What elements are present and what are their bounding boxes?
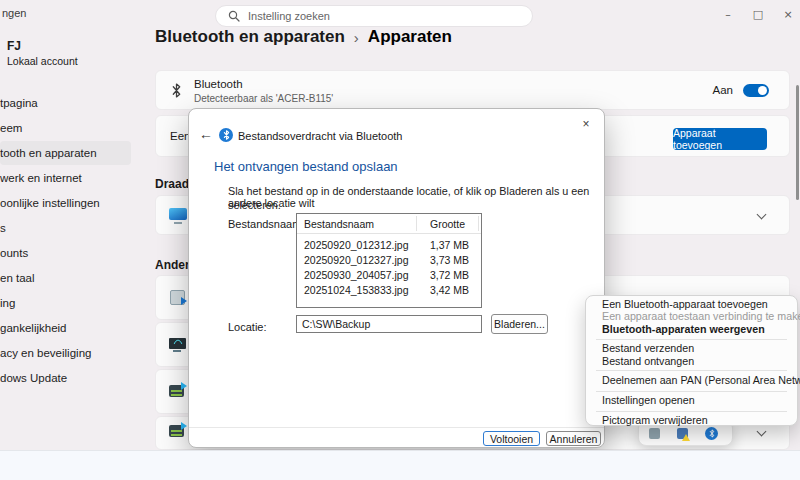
file-list[interactable]: Bestandsnaam Grootte 20250920_012312.jpg… <box>296 213 482 308</box>
add-device-button[interactable]: Apparaat toevoegen <box>673 128 767 150</box>
tray-app-icon[interactable] <box>649 428 660 439</box>
file-row[interactable]: 20250920_012327.jpg 3,73 MB <box>297 252 481 267</box>
menu-separator <box>596 370 787 371</box>
menu-separator <box>596 339 787 340</box>
dialog-heading: Het ontvangen bestand opslaan <box>214 159 398 174</box>
sidebar-item-time-language[interactable]: en taal <box>0 266 131 290</box>
finish-button[interactable]: Voltooien <box>483 431 540 446</box>
user-name: FJ <box>7 39 21 53</box>
cancel-button[interactable]: Annuleren <box>546 431 601 446</box>
search-icon <box>228 10 240 22</box>
file-list-header: Bestandsnaam Grootte <box>297 214 481 234</box>
sidebar-item-home[interactable]: tpagina <box>0 91 131 115</box>
search-input[interactable]: Instelling zoeken <box>215 5 533 27</box>
dialog-body-line1: Sla het bestand op in de onderstaande lo… <box>228 185 604 209</box>
sidebar-item-apps[interactable]: s <box>0 216 131 240</box>
page-scrollbar[interactable] <box>796 85 799 200</box>
file-row[interactable]: 20251024_153833.jpg 3,42 MB <box>297 282 481 297</box>
breadcrumb-parent[interactable]: Bluetooth en apparaten <box>155 27 345 47</box>
menu-item-remove-icon[interactable]: Pictogram verwijderen <box>602 414 708 426</box>
tray-warning-icon[interactable] <box>677 428 688 439</box>
sidebar-item-windows-update[interactable]: dows Update <box>0 366 131 390</box>
menu-item-show-devices[interactable]: Bluetooth-apparaten weergeven <box>602 323 765 335</box>
file-row[interactable]: 20250920_012312.jpg 1,37 MB <box>297 237 481 252</box>
minimize-button[interactable]: – <box>714 0 742 28</box>
taskbar: ⚙ 17:29 3-11-2025 <box>0 450 800 480</box>
menu-separator <box>596 411 787 412</box>
maximize-button[interactable]: □ <box>744 0 772 28</box>
sidebar-item-system[interactable]: eem <box>0 116 131 140</box>
menu-item-open-settings[interactable]: Instellingen openen <box>602 394 695 406</box>
bluetooth-row-subtitle: Detecteerbaar als 'ACER-B115' <box>194 93 333 104</box>
bluetooth-context-menu: Een Bluetooth-apparaat toevoegen Een app… <box>585 295 798 426</box>
location-input[interactable]: C:\SW\Backup <box>296 315 482 333</box>
display-device-icon <box>169 338 186 349</box>
window-title-fragment: ngen <box>2 7 26 19</box>
column-filename: Bestandsnaam <box>304 218 374 230</box>
device-icon <box>170 290 185 305</box>
dialog-close-icon[interactable]: × <box>574 114 598 134</box>
close-button[interactable]: × <box>774 0 800 28</box>
toggle-state-label: Aan <box>713 84 733 96</box>
sidebar-item-network[interactable]: werk en internet <box>0 166 131 190</box>
menu-item-allow-connection: Een apparaat toestaan verbinding te make… <box>602 310 800 322</box>
sidebar-item-personalization[interactable]: oonlijke instellingen <box>0 191 131 215</box>
bluetooth-toggle[interactable] <box>743 84 769 97</box>
file-row[interactable]: 20250930_204057.jpg 3,72 MB <box>297 267 481 282</box>
bluetooth-icon <box>171 83 182 98</box>
user-account-type: Lokaal account <box>7 55 78 67</box>
menu-item-receive-file[interactable]: Bestand ontvangen <box>602 355 694 367</box>
browse-button[interactable]: Bladeren... <box>491 314 548 334</box>
chevron-down-icon[interactable] <box>757 427 767 437</box>
dialog-back-icon[interactable]: ← <box>199 126 213 142</box>
chevron-down-icon[interactable] <box>757 210 767 220</box>
bluetooth-toggle-row: Bluetooth Detecteerbaar als 'ACER-B115' … <box>155 70 790 110</box>
sidebar-item-privacy[interactable]: acy en beveiliging <box>0 341 131 365</box>
bluetooth-dialog-icon <box>219 128 233 142</box>
sidebar-item-accounts[interactable]: ounts <box>0 241 131 265</box>
menu-item-join-pan[interactable]: Deelnemen aan PAN (Personal Area Network… <box>602 374 800 386</box>
sidebar-item-accessibility[interactable]: gankelijkheid <box>0 316 131 340</box>
dialog-body-line2: selecteren. <box>228 199 281 211</box>
column-size: Grootte <box>430 218 465 230</box>
sidebar-item-gaming[interactable]: ing <box>0 291 131 315</box>
sidebar-item-bluetooth-devices[interactable]: tooth en apparaten <box>0 141 131 165</box>
media-device-icon <box>169 425 184 437</box>
menu-item-send-file[interactable]: Bestand verzenden <box>602 342 694 354</box>
menu-item-add-device[interactable]: Een Bluetooth-apparaat toevoegen <box>602 298 768 310</box>
dialog-footer-divider <box>189 427 604 428</box>
breadcrumb-separator: › <box>354 29 359 46</box>
dialog-title: Bestandsoverdracht via Bluetooth <box>238 130 403 142</box>
location-label: Locatie: <box>228 321 267 333</box>
bluetooth-row-title: Bluetooth <box>194 78 243 90</box>
breadcrumb: Bluetooth en apparaten › Apparaten <box>155 27 452 47</box>
page-title: Apparaten <box>368 27 452 47</box>
menu-separator <box>596 391 787 392</box>
search-placeholder: Instelling zoeken <box>248 10 330 22</box>
wireless-display-icon <box>169 208 187 220</box>
media-device-icon <box>169 385 184 397</box>
bluetooth-tray-icon[interactable] <box>705 427 718 440</box>
filename-label: Bestandsnaam: <box>228 218 304 230</box>
bt-file-transfer-dialog: × ← Bestandsoverdracht via Bluetooth Het… <box>188 108 605 448</box>
